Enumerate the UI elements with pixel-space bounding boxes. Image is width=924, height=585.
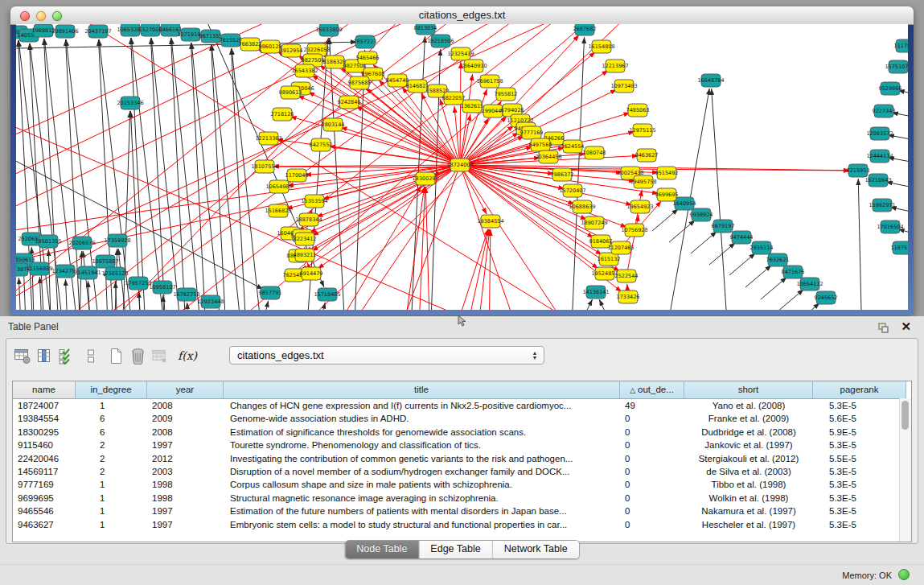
- graph-node[interactable]: 16648784: [697, 74, 724, 87]
- graph-node[interactable]: 15718485: [314, 288, 340, 301]
- graph-node[interactable]: 9227343: [873, 105, 896, 117]
- graph-node[interactable]: 2687682: [573, 24, 597, 35]
- graph-node[interactable]: 8215953: [847, 164, 870, 177]
- graph-node[interactable]: 11451941: [74, 266, 101, 279]
- graph-node[interactable]: 14136141: [582, 286, 609, 299]
- graph-node[interactable]: 1362615: [461, 100, 484, 113]
- graph-node[interactable]: 9245652: [815, 291, 838, 304]
- graph-node[interactable]: 16543382: [291, 64, 318, 77]
- table-row[interactable]: 1872400712008Changes of HCN gene express…: [13, 399, 911, 412]
- graph-node[interactable]: 1170046: [285, 169, 309, 182]
- graph-node[interactable]: 1080748: [583, 146, 606, 159]
- graph-node[interactable]: 15992971: [869, 199, 895, 212]
- column-header-name[interactable]: name: [13, 381, 76, 398]
- graph-node[interactable]: 7632621: [766, 253, 790, 266]
- column-header-in_degree[interactable]: in_degree: [76, 381, 147, 398]
- graph-node[interactable]: 20364456: [535, 150, 561, 163]
- graph-node[interactable]: 18724007: [446, 159, 473, 171]
- graph-node[interactable]: 20891406: [51, 25, 78, 38]
- graph-node[interactable]: 9242848: [338, 96, 361, 109]
- graph-node[interactable]: 10688639: [569, 200, 595, 213]
- tab-node-table[interactable]: Node Table: [345, 541, 419, 558]
- graph-node[interactable]: 1187537: [891, 241, 908, 254]
- graph-node[interactable]: 9890613: [279, 86, 302, 99]
- graph-node[interactable]: 7857223: [354, 35, 377, 48]
- graph-node[interactable]: 10973493: [610, 80, 637, 93]
- column-visibility-icon[interactable]: [35, 346, 54, 365]
- graph-node[interactable]: 10756928: [621, 224, 647, 237]
- graph-node[interactable]: 16782753: [173, 288, 199, 301]
- memory-status-icon[interactable]: [898, 569, 910, 580]
- graph-node[interactable]: 2803144: [322, 118, 345, 131]
- graph-node[interactable]: 9463627: [635, 149, 659, 162]
- graph-node[interactable]: 12093572: [866, 127, 893, 140]
- graph-node[interactable]: 1117541: [894, 39, 908, 52]
- tab-network-table[interactable]: Network Table: [493, 541, 579, 558]
- table-mode-icon[interactable]: [13, 346, 32, 365]
- graph-node[interactable]: 15751074: [885, 60, 908, 73]
- select-all-icon[interactable]: [56, 346, 76, 365]
- graph-node[interactable]: 11156889: [26, 262, 52, 275]
- trash-icon[interactable]: [128, 346, 147, 365]
- graph-node[interactable]: 18107554: [251, 160, 277, 173]
- graph-node[interactable]: 12923448: [197, 295, 224, 308]
- graph-node[interactable]: 16033809: [315, 24, 342, 36]
- graph-node[interactable]: 2522544: [615, 270, 639, 282]
- graph-node[interactable]: 10975887: [92, 255, 118, 268]
- graph-node[interactable]: 10654112: [796, 278, 823, 290]
- column-header-pagerank[interactable]: pagerank: [813, 381, 906, 398]
- graph-node[interactable]: 4893211: [294, 249, 317, 262]
- graph-node[interactable]: 18907249: [581, 216, 607, 229]
- float-panel-icon[interactable]: [877, 322, 889, 336]
- graph-node[interactable]: 17359928: [104, 234, 130, 247]
- graph-node[interactable]: 19654923: [626, 200, 653, 213]
- graph-node[interactable]: 16154808: [588, 40, 614, 53]
- window-titlebar[interactable]: citations_edges.txt: [10, 6, 914, 25]
- graph-node[interactable]: 16961758: [476, 75, 503, 88]
- graph-node[interactable]: 12444134: [866, 150, 893, 163]
- table-selector[interactable]: citations_edges.txt ▲▼: [229, 346, 544, 365]
- graph-node[interactable]: 7986372: [551, 168, 574, 181]
- graph-node[interactable]: 3624554: [561, 140, 585, 153]
- table-row[interactable]: 946554611997Estimation of the future num…: [13, 505, 911, 517]
- graph-node[interactable]: 6497568: [529, 138, 552, 151]
- table-row[interactable]: 1938455462009Genome-wide association stu…: [13, 412, 911, 425]
- graph-node[interactable]: 17016504: [877, 220, 903, 233]
- graph-node[interactable]: 12325419: [447, 47, 474, 60]
- graph-node[interactable]: 8813034: [414, 24, 437, 35]
- close-panel-icon[interactable]: ✕: [901, 319, 911, 334]
- graph-node[interactable]: 8912954: [280, 44, 303, 57]
- graph-node[interactable]: 15166825: [265, 204, 291, 217]
- graph-node[interactable]: 15353594: [301, 195, 327, 208]
- graph-node[interactable]: 17957253: [125, 277, 151, 290]
- table-row[interactable]: 1456911722003Disruption of a novel membe…: [13, 465, 911, 478]
- column-header-short[interactable]: short: [684, 381, 813, 398]
- graph-node[interactable]: 19495758: [630, 175, 656, 188]
- graph-node[interactable]: 6914479: [300, 267, 323, 280]
- table-row[interactable]: 1830029562008Estimation of significance …: [13, 426, 911, 439]
- graph-node[interactable]: 18300295: [412, 172, 438, 185]
- graph-node[interactable]: 12975115: [629, 124, 655, 137]
- graph-node[interactable]: 9860128: [259, 40, 282, 53]
- new-document-icon[interactable]: [106, 346, 125, 365]
- graph-node[interactable]: 2718126: [271, 108, 294, 121]
- graph-node[interactable]: 8471676: [782, 266, 805, 278]
- scrollbar-thumb[interactable]: [901, 401, 909, 430]
- clear-selection-icon[interactable]: [84, 346, 97, 365]
- function-builder-icon[interactable]: f(x): [178, 346, 197, 365]
- table-row[interactable]: 969969511998Structural magnetic resonanc…: [13, 492, 911, 505]
- graph-node[interactable]: 9474444: [730, 231, 754, 244]
- graph-node[interactable]: 1733426: [617, 290, 640, 303]
- column-header-out_degree[interactable]: △out_de...: [620, 381, 684, 398]
- graph-node[interactable]: 20437197: [84, 25, 111, 38]
- graph-node[interactable]: 19218506: [427, 35, 454, 47]
- graph-node[interactable]: 9857791: [259, 286, 282, 299]
- graph-node[interactable]: 18640910: [460, 60, 487, 72]
- graph-node[interactable]: 12213363: [255, 132, 281, 145]
- graph-node[interactable]: 12213967: [602, 60, 628, 72]
- graph-node[interactable]: 16210643: [864, 174, 891, 187]
- graph-node[interactable]: 10654985: [265, 180, 292, 193]
- graph-node[interactable]: 20206576: [68, 237, 95, 249]
- graph-node[interactable]: 9777169: [520, 126, 544, 139]
- table-scrollbar[interactable]: [899, 398, 911, 542]
